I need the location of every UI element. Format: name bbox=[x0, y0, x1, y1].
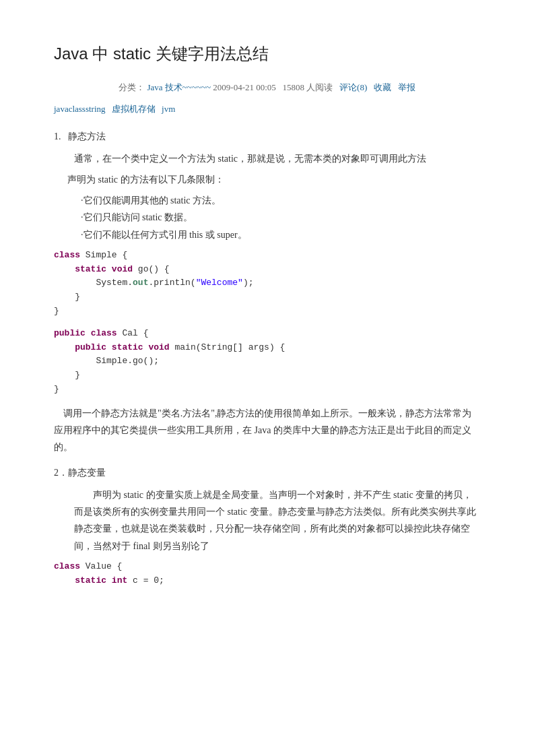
section-1-bullet-1: ·它们仅能调用其他的 static 方法。 bbox=[54, 192, 480, 209]
comment-link[interactable]: 评论(8) bbox=[339, 82, 367, 92]
collect-link[interactable]: 收藏 bbox=[374, 82, 391, 92]
code-block-2: public class Cal { public static void ma… bbox=[54, 327, 480, 397]
tags-line: javaclassstring 虚拟机存储 jvm bbox=[54, 102, 480, 117]
read-count: 15808 bbox=[283, 82, 305, 92]
category-label: 分类： bbox=[119, 82, 145, 92]
section-1-bullet-3: ·它们不能以任何方式引用 this 或 super。 bbox=[54, 226, 480, 243]
read-label: 人阅读 bbox=[306, 82, 333, 92]
section-1-para-2: 声明为 static 的方法有以下几条限制： bbox=[54, 171, 480, 188]
section-1-bullet-2: ·它们只能访问 static 数据。 bbox=[54, 209, 480, 226]
section-1-heading: 1. 静态方法 bbox=[54, 129, 480, 145]
section-2-heading: 2．静态变量 bbox=[54, 465, 480, 481]
section-1: 1. 静态方法 通常，在一个类中定义一个方法为 static，那就是说，无需本类… bbox=[54, 129, 480, 455]
meta-line: 分类： Java 技术~~~~~~ 2009-04-21 00:05 15808… bbox=[54, 80, 480, 95]
section-2-para-1: 声明为 static 的变量实质上就是全局变量。当声明一个对象时，并不产生 st… bbox=[54, 486, 480, 555]
section-1-num: 1. 静态方法 bbox=[54, 131, 106, 141]
section-2: 2．静态变量 声明为 static 的变量实质上就是全局变量。当声明一个对象时，… bbox=[54, 465, 480, 588]
code-block-1: class Simple { static void go() { System… bbox=[54, 249, 480, 319]
tag-virt-mem[interactable]: 虚拟机存储 bbox=[112, 104, 156, 114]
section-1-para-1: 通常，在一个类中定义一个方法为 static，那就是说，无需本类的对象即可调用此… bbox=[54, 150, 480, 167]
report-link[interactable]: 举报 bbox=[398, 82, 415, 92]
tag-jvm[interactable]: jvm bbox=[162, 104, 175, 114]
category-link[interactable]: Java 技术~~~~~~ bbox=[147, 82, 211, 92]
page-title: Java 中 static 关键字用法总结 bbox=[54, 40, 480, 68]
section-1-after-code: 调用一个静态方法就是"类名.方法名",静态方法的使用很简单如上所示。一般来说，静… bbox=[54, 405, 480, 456]
tag-javaclassstring[interactable]: javaclassstring bbox=[54, 104, 106, 114]
date: 2009-04-21 00:05 bbox=[213, 82, 276, 92]
code-block-3: class Value { static int c = 0; bbox=[54, 560, 480, 588]
